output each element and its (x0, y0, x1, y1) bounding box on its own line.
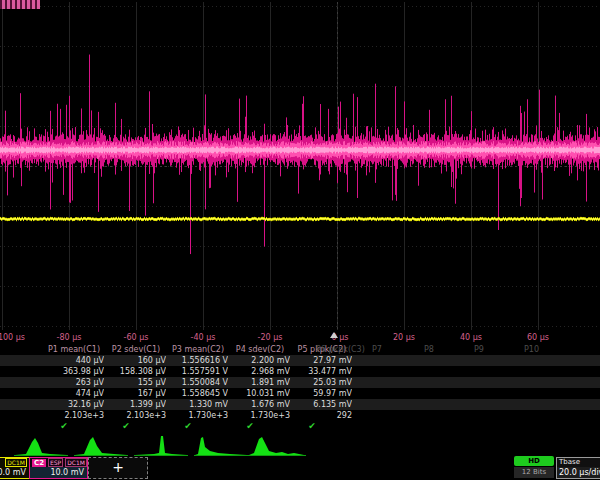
measure-value: 167 µV (106, 388, 166, 399)
time-axis-tick: -40 µs (191, 332, 216, 343)
time-axis-tick: -60 µs (124, 332, 149, 343)
measure-value: 440 µV (44, 355, 104, 366)
measure-status-ok-icon: ✔ (34, 421, 94, 432)
histicon-p4[interactable] (192, 434, 250, 457)
measure-table-row: 474 µV167 µV1.558645 V10.031 mV59.97 mV (0, 388, 600, 399)
measure-value: 160 µV (106, 355, 166, 366)
measure-value: 1.556616 V (168, 355, 228, 366)
measure-value: 158.308 µV (106, 366, 166, 377)
time-axis-tick: -20 µs (258, 332, 283, 343)
measure-status-ok-icon: ✔ (158, 421, 218, 432)
measure-value: 2.200 mV (230, 355, 290, 366)
time-axis: -100 µs-80 µs-60 µs-40 µs-20 µs0 µs20 µs… (0, 331, 600, 344)
histicon-p3[interactable] (132, 434, 190, 457)
measure-value: 1.557591 V (168, 366, 228, 377)
time-axis-tick: -80 µs (57, 332, 82, 343)
time-axis-tick: 40 µs (460, 332, 482, 343)
channel-c2-descriptor[interactable]: C2 ESP DC1M 10.0 mV (29, 457, 88, 479)
measure-value: 1.330 mV (168, 399, 228, 410)
measure-value: 2.103e+3 (44, 410, 104, 421)
hd-mode-badge[interactable]: HD (514, 456, 554, 466)
measure-header-p1[interactable]: P1 mean(C1) (44, 344, 104, 355)
measure-value: 10.031 mV (230, 388, 290, 399)
waveform-display (0, 0, 600, 331)
measure-table-row: 263 µV155 µV1.550084 V1.891 mV25.03 mV (0, 377, 600, 388)
c1-coupling-badge: DC1M (5, 458, 27, 467)
channel-c1-descriptor[interactable]: DC1M 10.0 mV (0, 457, 30, 479)
top-left-badge (0, 0, 40, 9)
c2-esp-badge: ESP (48, 458, 63, 467)
c2-channel-chip: C2 (32, 459, 46, 467)
measure-header-inactive[interactable]: P8 (424, 344, 474, 355)
measure-value: 292 (292, 410, 352, 421)
measure-value: 2.103e+3 (106, 410, 166, 421)
measure-value: 6.135 mV (292, 399, 352, 410)
timebase-value: 20.0 µs/div (557, 467, 600, 478)
c2-scale-value: 10.0 mV (30, 467, 87, 478)
measurement-table: P1 mean(C1)P2 sdev(C1)P3 mean(C2)P4 sdev… (0, 344, 600, 432)
measure-status-ok-icon: ✔ (220, 421, 280, 432)
measure-value: 1.676 mV (230, 399, 290, 410)
measure-value: 2.968 mV (230, 366, 290, 377)
measure-status-ok-icon: ✔ (282, 421, 342, 432)
measure-header-p3[interactable]: P3 mean(C2) (168, 344, 228, 355)
hd-bits-label: 12 Bits (514, 467, 554, 478)
oscilloscope-screen: -100 µs-80 µs-60 µs-40 µs-20 µs0 µs20 µs… (0, 0, 600, 480)
measure-value: 1.891 mV (230, 377, 290, 388)
measure-header-inactive[interactable]: P10 (524, 344, 574, 355)
measure-value: 1.558645 V (168, 388, 228, 399)
measure-value: 59.97 mV (292, 388, 352, 399)
measure-table-row: 363.98 µV158.308 µV1.557591 V2.968 mV33.… (0, 366, 600, 377)
histicon-p2[interactable] (72, 434, 130, 457)
c1-scale-value: 10.0 mV (0, 467, 29, 478)
descriptor-bar: DC1M 10.0 mV C2 ESP DC1M 10.0 mV + HD 12… (0, 456, 600, 480)
trigger-time-marker-icon[interactable] (330, 332, 338, 338)
timebase-label: Tbase (557, 458, 600, 467)
measure-header-inactive[interactable]: P6 pkpk(C3) (316, 344, 366, 355)
measure-value: 1.730e+3 (230, 410, 290, 421)
measure-value: 363.98 µV (44, 366, 104, 377)
add-trace-button[interactable]: + (88, 457, 148, 479)
measure-table-row: 2.103e+32.103e+31.730e+31.730e+3292 (0, 410, 600, 421)
histicon-p1[interactable] (12, 434, 70, 457)
time-axis-tick: 60 µs (527, 332, 549, 343)
measure-value: 263 µV (44, 377, 104, 388)
measure-value: 1.399 µV (106, 399, 166, 410)
time-axis-tick: -100 µs (0, 332, 25, 343)
histicon-p5[interactable] (246, 434, 308, 457)
measure-value: 32.16 µV (44, 399, 104, 410)
timebase-descriptor[interactable]: Tbase 20.0 µs/div (556, 457, 600, 479)
time-axis-tick: 20 µs (393, 332, 415, 343)
measure-header-inactive[interactable]: P7 (372, 344, 422, 355)
measure-value: 474 µV (44, 388, 104, 399)
measure-table-row: 32.16 µV1.399 µV1.330 mV1.676 mV6.135 mV (0, 399, 600, 410)
measure-header-p4[interactable]: P4 sdev(C2) (230, 344, 290, 355)
measure-value: 155 µV (106, 377, 166, 388)
c2-coupling-badge: DC1M (65, 458, 87, 467)
measure-value: 1.550084 V (168, 377, 228, 388)
measure-value: 27.97 mV (292, 355, 352, 366)
measure-header-inactive[interactable]: P9 (474, 344, 524, 355)
measure-table-row: 440 µV160 µV1.556616 V2.200 mV27.97 mV (0, 355, 600, 366)
measure-value: 25.03 mV (292, 377, 352, 388)
histicon-row (0, 434, 600, 457)
measure-status-ok-icon: ✔ (96, 421, 156, 432)
measure-header-p2[interactable]: P2 sdev(C1) (106, 344, 166, 355)
measure-value: 33.477 mV (292, 366, 352, 377)
measure-value: 1.730e+3 (168, 410, 228, 421)
